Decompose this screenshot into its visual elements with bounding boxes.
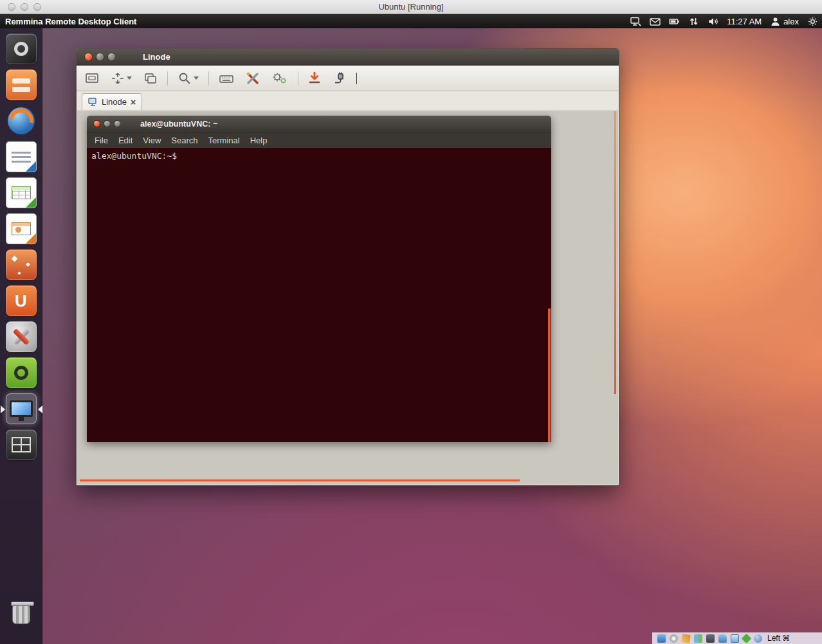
remote-display-icon[interactable]	[630, 17, 641, 26]
toolbar-separator	[208, 71, 209, 85]
terminal-close-button[interactable]	[93, 120, 100, 127]
shared-folder-icon[interactable]	[718, 634, 727, 643]
firefox-icon	[8, 107, 35, 134]
remmina-maximize-button[interactable]	[107, 53, 116, 61]
keyboard-grab-button[interactable]	[217, 70, 236, 87]
workspace-grid-icon	[12, 437, 31, 452]
preferences-button[interactable]	[269, 69, 290, 87]
tab-close-button[interactable]: ×	[131, 98, 136, 107]
refresh-button[interactable]	[306, 69, 323, 87]
terminal-window-title: alex@ubuntuVNC: ~	[140, 120, 217, 129]
render-artifact-terminal	[548, 309, 551, 442]
mouse-icon[interactable]	[754, 634, 762, 643]
vm-minimize-button[interactable]	[21, 3, 28, 11]
toolbar-separator	[167, 71, 168, 85]
launcher-system-settings[interactable]	[6, 321, 37, 352]
unity-launcher: U	[0, 28, 42, 644]
launcher-software-green[interactable]	[6, 357, 37, 388]
terminal-menubar: File Edit View Search Terminal Help	[87, 132, 551, 148]
fullscreen-dropdown[interactable]	[127, 76, 132, 80]
menu-help[interactable]: Help	[250, 136, 268, 145]
menu-terminal[interactable]: Terminal	[208, 136, 240, 145]
remmina-window-title: Linode	[143, 52, 170, 62]
scale-button[interactable]	[176, 70, 201, 87]
host-key-label: Left ⌘	[767, 634, 790, 643]
focused-indicator-arrow	[38, 406, 42, 413]
cd-icon[interactable]	[670, 634, 678, 643]
battery-icon[interactable]	[669, 17, 680, 26]
updown-arrows-icon[interactable]	[688, 17, 699, 26]
user-icon	[770, 17, 781, 26]
toolbar-text-cursor	[356, 73, 357, 84]
launcher-dash-home[interactable]	[6, 33, 37, 64]
clock[interactable]: 11:27 AM	[727, 17, 762, 26]
terminal-minimize-button[interactable]	[104, 120, 111, 127]
menu-file[interactable]: File	[95, 136, 108, 145]
session-menu[interactable]	[807, 17, 818, 26]
terminal-screen[interactable]: alex@ubuntuVNC:~$	[87, 148, 551, 442]
launcher-libreoffice-writer[interactable]	[6, 141, 37, 172]
scale-dropdown[interactable]	[194, 76, 199, 80]
mail-icon[interactable]	[650, 17, 661, 26]
render-artifact-hline	[80, 479, 520, 481]
vm-window-title: Ubuntu [Running]	[0, 2, 822, 12]
remmina-toolbar	[77, 66, 619, 91]
remmina-minimize-button[interactable]	[96, 53, 104, 61]
launcher-trash[interactable]	[6, 599, 37, 630]
menu-view[interactable]: View	[143, 136, 161, 145]
remmina-icon	[10, 400, 33, 417]
vbox-statusbar: Left ⌘	[652, 632, 822, 644]
launcher-libreoffice-impress[interactable]	[6, 213, 37, 244]
toolbar-separator	[298, 71, 298, 85]
tab-label: Linode	[102, 97, 127, 107]
trash-icon	[12, 605, 30, 624]
launcher-remmina[interactable]	[6, 393, 37, 424]
keyboard-icon	[219, 72, 234, 85]
menu-search[interactable]: Search	[171, 136, 197, 145]
launcher-firefox[interactable]	[6, 105, 37, 136]
tools-button[interactable]	[244, 69, 262, 87]
display-icon[interactable]	[731, 634, 739, 643]
remmina-titlebar[interactable]: Linode	[77, 49, 619, 66]
remmina-window-controls	[77, 53, 116, 61]
remmina-window: Linode	[76, 48, 619, 486]
vm-window-titlebar[interactable]: Ubuntu [Running]	[0, 0, 822, 14]
volume-icon[interactable]	[708, 17, 718, 26]
disconnect-button[interactable]	[331, 69, 349, 87]
terminal-maximize-button[interactable]	[114, 120, 121, 127]
active-app-title: Remmina Remote Desktop Client	[0, 17, 136, 26]
ubuntu-top-panel: Remmina Remote Desktop Client 11:27 AM a…	[0, 14, 822, 28]
launcher-files[interactable]	[6, 69, 37, 100]
user-menu[interactable]: alex	[770, 17, 799, 26]
terminal-window: alex@ubuntuVNC: ~ File Edit View Search …	[87, 116, 551, 442]
user-name: alex	[783, 17, 799, 26]
remmina-tabbar: Linode ×	[77, 91, 619, 111]
indicator-area: 11:27 AM alex	[630, 14, 818, 28]
tabs-icon	[143, 72, 158, 85]
audio-icon[interactable]	[681, 634, 691, 643]
folder-icon	[12, 78, 30, 84]
fullscreen-button[interactable]	[109, 70, 134, 87]
vm-window-controls	[8, 3, 41, 11]
launcher-ubuntu-one[interactable]: U	[6, 285, 37, 316]
fit-window-button[interactable]	[83, 70, 101, 87]
hdd-icon[interactable]	[657, 634, 666, 643]
network-icon[interactable]	[694, 634, 702, 643]
launcher-libreoffice-calc[interactable]	[6, 177, 37, 208]
menu-edit[interactable]: Edit	[118, 136, 132, 145]
features-icon[interactable]	[742, 633, 752, 643]
ubuntu-logo-icon	[14, 42, 28, 56]
terminal-titlebar[interactable]: alex@ubuntuVNC: ~	[87, 116, 551, 132]
refresh-icon	[308, 71, 321, 85]
usb-icon[interactable]	[706, 634, 715, 643]
tab-monitor-icon	[88, 98, 98, 106]
remmina-viewport: alex@ubuntuVNC: ~ File Edit View Search …	[77, 111, 618, 485]
tab-linode[interactable]: Linode ×	[82, 93, 142, 110]
remmina-close-button[interactable]	[84, 53, 93, 61]
vm-close-button[interactable]	[8, 3, 15, 11]
vm-zoom-button[interactable]	[33, 3, 41, 11]
writer-icon	[12, 152, 31, 154]
tabs-button[interactable]	[142, 70, 160, 87]
launcher-workspace-switcher[interactable]	[6, 429, 37, 460]
launcher-software-center[interactable]	[6, 249, 37, 280]
